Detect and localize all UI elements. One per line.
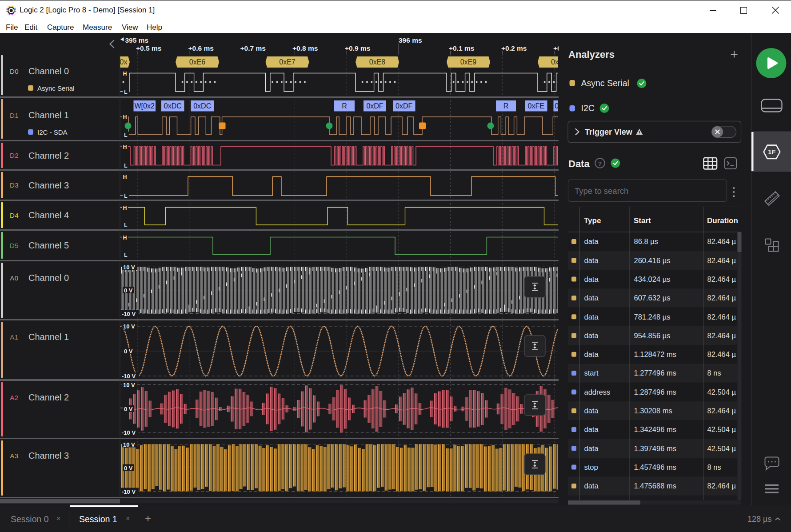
svg-text:0xDF: 0xDF — [396, 102, 412, 110]
svg-text:H: H — [123, 205, 127, 211]
svg-text:H: H — [123, 174, 127, 180]
svg-text:?: ? — [598, 160, 602, 167]
svg-text:A0: A0 — [10, 274, 18, 282]
svg-text:data: data — [584, 332, 599, 340]
svg-text:Channel 2: Channel 2 — [28, 151, 69, 160]
svg-text:0xE9: 0xE9 — [460, 58, 477, 66]
svg-text:L: L — [124, 193, 127, 199]
svg-text:I2C - SDA: I2C - SDA — [37, 128, 68, 136]
svg-text:L: L — [124, 89, 127, 95]
svg-text:8 ns: 8 ns — [707, 369, 721, 377]
svg-text:0xE6: 0xE6 — [189, 58, 206, 66]
svg-text:Type to search: Type to search — [575, 186, 628, 196]
svg-text:1.475688 ms: 1.475688 ms — [634, 482, 676, 490]
svg-text:Channel 5: Channel 5 — [28, 240, 69, 250]
svg-text:1.287496 ms: 1.287496 ms — [634, 388, 676, 396]
svg-text:address: address — [584, 388, 611, 396]
svg-text:42.504 µ: 42.504 µ — [707, 425, 736, 433]
svg-text:data: data — [584, 294, 599, 302]
svg-text:L: L — [124, 163, 127, 169]
svg-text:+0.1 ms: +0.1 ms — [449, 44, 474, 52]
svg-text:0 V: 0 V — [124, 465, 133, 472]
svg-text:86.8 µs: 86.8 µs — [634, 237, 658, 245]
svg-text:260.416 µs: 260.416 µs — [634, 256, 671, 264]
svg-text:Channel 0: Channel 0 — [28, 273, 69, 283]
svg-text:1.342496 ms: 1.342496 ms — [634, 425, 676, 433]
svg-text:8 ns: 8 ns — [707, 463, 721, 471]
svg-text:+0.8 ms: +0.8 ms — [292, 44, 318, 52]
svg-text:H: H — [123, 71, 127, 77]
svg-text:0xDC: 0xDC — [193, 102, 211, 110]
svg-text:R: R — [503, 102, 509, 110]
svg-text:1.30208 ms: 1.30208 ms — [634, 407, 672, 415]
svg-text:82.464 µ: 82.464 µ — [707, 275, 736, 283]
svg-text:stop: stop — [584, 463, 598, 471]
svg-text:Async Serial: Async Serial — [581, 78, 629, 88]
svg-text:10 V: 10 V — [123, 441, 135, 448]
svg-text:I2C: I2C — [581, 103, 595, 113]
svg-text:L: L — [124, 222, 127, 228]
svg-text:data: data — [584, 350, 599, 358]
svg-text:Channel 1: Channel 1 — [28, 332, 69, 342]
svg-text:D5: D5 — [10, 242, 19, 249]
svg-text:0xDC: 0xDC — [164, 102, 182, 110]
svg-text:1.397496 ms: 1.397496 ms — [634, 444, 676, 452]
svg-text:D2: D2 — [10, 152, 19, 159]
svg-text:0xDF: 0xDF — [366, 102, 383, 110]
svg-text:434.024 µs: 434.024 µs — [634, 275, 671, 283]
svg-text:+0.3 ms: +0.3 ms — [553, 44, 559, 52]
svg-text:Type: Type — [584, 216, 601, 225]
svg-text:data: data — [584, 425, 599, 433]
svg-text:82.464 µ: 82.464 µ — [707, 407, 736, 415]
svg-text:R: R — [342, 102, 347, 110]
svg-text:Start: Start — [634, 216, 651, 225]
svg-text:Channel 3: Channel 3 — [28, 451, 69, 460]
svg-text:82.464 µ: 82.464 µ — [707, 294, 736, 302]
svg-text:42.504 µ: 42.504 µ — [707, 444, 736, 452]
svg-text:Channel 4: Channel 4 — [28, 210, 69, 220]
svg-text:0x: 0x — [555, 102, 559, 110]
svg-text:+0.7 ms: +0.7 ms — [240, 44, 266, 52]
svg-text:82.464 µ: 82.464 µ — [707, 350, 736, 358]
svg-text:0xE7: 0xE7 — [279, 58, 296, 66]
svg-text:data: data — [584, 256, 599, 264]
svg-text:0 V: 0 V — [124, 287, 133, 294]
svg-text:0xEA: 0xEA — [551, 58, 559, 66]
svg-text:607.632 µs: 607.632 µs — [634, 294, 671, 302]
svg-text:Channel 2: Channel 2 — [28, 392, 69, 402]
svg-text:1F: 1F — [768, 148, 776, 156]
svg-text:L: L — [124, 132, 127, 138]
svg-text:L: L — [124, 252, 127, 258]
svg-text:1.277496 ms: 1.277496 ms — [634, 369, 676, 377]
svg-text:D4: D4 — [10, 212, 19, 219]
svg-text:1.457496 ms: 1.457496 ms — [634, 463, 676, 471]
svg-text:A1: A1 — [10, 333, 18, 341]
svg-text:D3: D3 — [10, 181, 19, 189]
svg-text:H: H — [123, 114, 127, 120]
svg-text:data: data — [584, 237, 599, 245]
svg-text:954.856 µs: 954.856 µs — [634, 332, 671, 340]
svg-text:+0.5 ms: +0.5 ms — [136, 44, 161, 52]
svg-text:Channel 0: Channel 0 — [28, 66, 69, 76]
svg-text:42.504 µ: 42.504 µ — [707, 388, 736, 396]
svg-text:0x: 0x — [120, 58, 128, 66]
svg-text:data: data — [584, 482, 599, 490]
svg-text:Channel 3: Channel 3 — [28, 180, 69, 190]
svg-text:0 V: 0 V — [124, 406, 133, 412]
svg-text:Trigger View: Trigger View — [585, 128, 633, 136]
svg-text:0 V: 0 V — [124, 348, 133, 355]
svg-text:395 ms: 395 ms — [125, 36, 149, 44]
svg-text:data: data — [584, 275, 599, 283]
svg-text:-10 V: -10 V — [122, 373, 136, 380]
svg-text:396 ms: 396 ms — [399, 36, 422, 44]
svg-text:82.464 µ: 82.464 µ — [707, 256, 736, 264]
svg-text:+0.6 ms: +0.6 ms — [188, 44, 214, 52]
svg-text:+0.9 ms: +0.9 ms — [345, 44, 370, 52]
svg-text:82.464 µ: 82.464 µ — [707, 482, 736, 490]
svg-text:data: data — [584, 313, 599, 321]
svg-text:data: data — [584, 407, 599, 415]
svg-text:10 V: 10 V — [123, 323, 135, 330]
svg-text:-10 V: -10 V — [122, 311, 136, 317]
svg-text:Analyzers: Analyzers — [568, 49, 615, 60]
svg-text:A3: A3 — [10, 452, 18, 460]
